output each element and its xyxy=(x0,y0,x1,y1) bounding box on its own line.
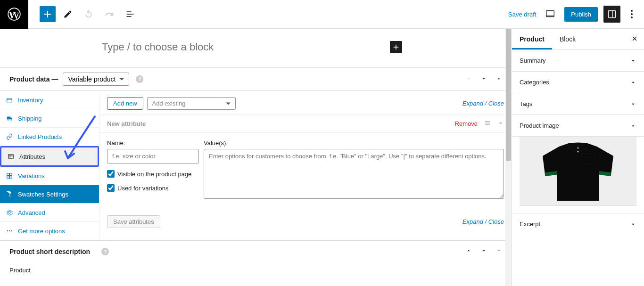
sidebar-section-excerpt[interactable]: Excerpt xyxy=(512,213,644,235)
svg-point-16 xyxy=(11,230,12,231)
tab-swatches-settings[interactable]: Swatches Settings xyxy=(0,185,99,204)
sidebar-section-summary[interactable]: Summary xyxy=(512,50,644,72)
sidebar-section-categories[interactable]: Categories xyxy=(512,72,644,93)
redo-icon[interactable] xyxy=(101,6,118,23)
visible-label: Visible on the product page xyxy=(117,171,191,178)
product-image-preview[interactable] xyxy=(520,137,636,206)
sidebar-tab-block[interactable]: Block xyxy=(552,29,583,49)
used-variations-checkbox[interactable] xyxy=(107,184,115,192)
tab-advanced[interactable]: Advanced xyxy=(0,204,99,222)
svg-rect-13 xyxy=(10,176,12,179)
publish-button[interactable]: Publish xyxy=(564,7,598,22)
undo-icon[interactable] xyxy=(80,6,97,23)
settings-panel-toggle[interactable] xyxy=(603,6,620,23)
tab-linked-products[interactable]: Linked Products xyxy=(0,128,99,146)
chevron-down-icon xyxy=(630,57,636,64)
svg-point-0 xyxy=(8,8,20,20)
close-sidebar-icon[interactable] xyxy=(631,35,638,44)
add-new-button[interactable]: Add new xyxy=(107,97,143,110)
svg-rect-2 xyxy=(609,11,616,18)
chevron-down-icon xyxy=(630,221,636,228)
add-block-inline-button[interactable] xyxy=(390,41,402,53)
tab-attributes[interactable]: Attributes xyxy=(0,146,99,167)
attribute-name-input[interactable] xyxy=(107,149,199,163)
svg-point-18 xyxy=(578,151,579,152)
shipping-icon xyxy=(6,114,13,122)
save-attributes-button[interactable]: Save attributes xyxy=(107,215,160,228)
footer-product-text: Product xyxy=(0,262,512,278)
collapse-attr-icon[interactable] xyxy=(497,120,504,128)
svg-rect-12 xyxy=(7,176,9,179)
edit-icon[interactable] xyxy=(59,6,76,23)
product-type-select[interactable]: Variable product xyxy=(63,73,129,86)
wrench-icon xyxy=(6,190,13,198)
expand-close-footer-link[interactable]: Expand / Close xyxy=(462,218,504,225)
svg-point-3 xyxy=(631,10,633,12)
panel-toggle-icon[interactable] xyxy=(495,75,502,83)
remove-link[interactable]: Remove xyxy=(455,120,478,127)
svg-point-17 xyxy=(578,147,579,148)
expand-down-icon[interactable] xyxy=(480,247,487,255)
svg-rect-6 xyxy=(7,98,12,102)
add-block-button[interactable] xyxy=(40,6,56,22)
visible-checkbox[interactable] xyxy=(107,170,115,178)
values-label: Value(s): xyxy=(204,139,504,147)
more-options-icon[interactable] xyxy=(626,6,637,23)
tab-inventory[interactable]: Inventory xyxy=(0,91,99,109)
sidebar-section-product-image[interactable]: Product image xyxy=(512,115,644,137)
tab-get-more[interactable]: Get more options xyxy=(0,222,99,240)
short-description-title: Product short description xyxy=(9,248,90,255)
more-options-tab-icon xyxy=(6,227,13,235)
drag-handle-icon[interactable] xyxy=(484,120,491,128)
svg-point-5 xyxy=(631,16,633,18)
attributes-icon xyxy=(7,153,15,160)
attribute-values-textarea[interactable] xyxy=(204,149,504,199)
chevron-down-icon xyxy=(630,79,636,86)
chevron-up-icon xyxy=(630,123,636,129)
collapse-up-icon[interactable] xyxy=(465,75,472,83)
variations-icon xyxy=(6,172,13,180)
tab-shipping[interactable]: Shipping xyxy=(0,109,99,128)
product-data-title: Product data — xyxy=(9,75,58,83)
document-overview-icon[interactable] xyxy=(122,6,139,23)
save-draft-link[interactable]: Save draft xyxy=(508,11,536,18)
expand-down-icon[interactable] xyxy=(480,75,487,83)
help-icon[interactable]: ? xyxy=(101,248,109,255)
svg-rect-11 xyxy=(10,173,12,176)
help-icon[interactable]: ? xyxy=(136,75,143,83)
svg-point-8 xyxy=(10,119,11,120)
svg-rect-9 xyxy=(8,155,14,158)
svg-point-4 xyxy=(631,13,633,15)
preview-icon[interactable] xyxy=(542,6,559,23)
block-prompt[interactable]: Type / to choose a block xyxy=(102,41,214,53)
sidebar-tab-product[interactable]: Product xyxy=(512,29,552,49)
chevron-down-icon xyxy=(630,101,636,107)
link-icon xyxy=(6,133,13,140)
wordpress-logo[interactable] xyxy=(0,0,28,29)
scrollbar[interactable] xyxy=(505,29,512,286)
used-variations-label: Used for variations xyxy=(117,185,168,192)
new-attribute-label: New attribute xyxy=(107,120,146,127)
expand-close-link[interactable]: Expand / Close xyxy=(462,100,504,107)
svg-point-14 xyxy=(7,230,8,231)
add-existing-select[interactable]: Add existing xyxy=(147,97,236,110)
svg-point-7 xyxy=(8,119,8,120)
gear-icon xyxy=(6,209,13,216)
inventory-icon xyxy=(6,96,13,104)
tab-variations[interactable]: Variations xyxy=(0,167,99,185)
svg-point-15 xyxy=(9,230,10,231)
panel-toggle-icon[interactable] xyxy=(495,247,502,255)
svg-rect-10 xyxy=(7,173,9,176)
collapse-up-icon[interactable] xyxy=(465,247,472,255)
sidebar-section-tags[interactable]: Tags xyxy=(512,93,644,115)
name-label: Name: xyxy=(107,139,199,147)
